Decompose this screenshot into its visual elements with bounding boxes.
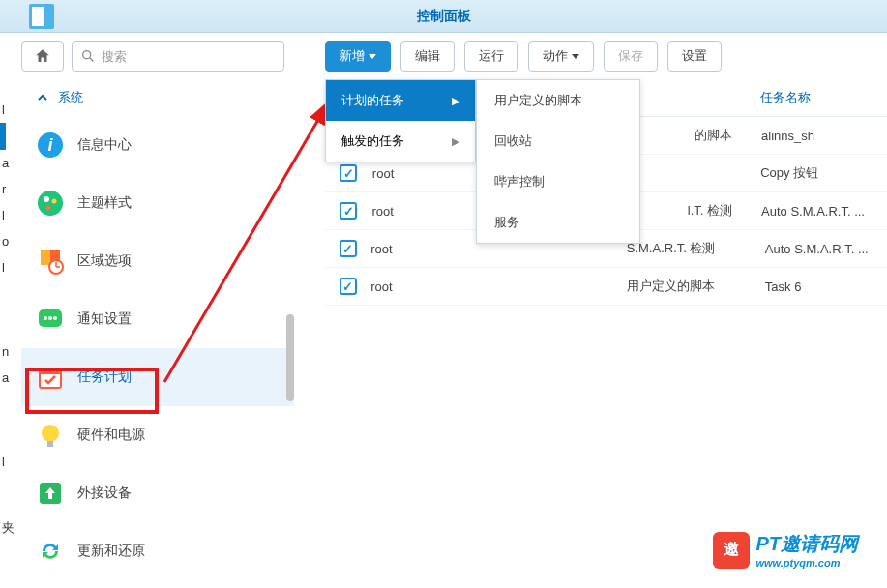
- submenu-recycle[interactable]: 回收站: [477, 121, 639, 162]
- home-icon: [34, 47, 51, 65]
- palette-icon: [37, 190, 64, 217]
- sidebar-item-hardware[interactable]: 硬件和电源: [21, 406, 294, 464]
- svg-rect-18: [40, 368, 61, 374]
- sidebar-scrollbar[interactable]: [286, 314, 294, 401]
- chevron-right-icon: ▶: [452, 95, 459, 107]
- home-button[interactable]: [21, 41, 64, 72]
- left-edge-text: larlol nal夹: [0, 97, 17, 543]
- app-icon: [29, 4, 54, 29]
- sidebar-item-info[interactable]: i 信息中心: [21, 116, 294, 174]
- refresh-icon: [37, 538, 64, 565]
- submenu-beep[interactable]: 哔声控制: [477, 162, 639, 202]
- dropdown-triggered[interactable]: 触发的任务 ▶: [326, 121, 475, 162]
- save-button[interactable]: 保存: [604, 41, 658, 72]
- sidebar-section-label: 系统: [58, 89, 83, 106]
- bulb-icon: [37, 422, 64, 449]
- svg-line-1: [90, 58, 93, 61]
- flag-clock-icon: [37, 248, 64, 275]
- page-title: 控制面板: [417, 8, 471, 25]
- search-box[interactable]: [72, 41, 284, 72]
- run-button[interactable]: 运行: [464, 41, 518, 72]
- col-header-task[interactable]: 任务名称: [760, 89, 887, 106]
- sidebar-item-label: 主题样式: [77, 194, 132, 212]
- chat-icon: [37, 306, 64, 333]
- sidebar-item-external[interactable]: 外接设备: [21, 464, 294, 522]
- svg-point-6: [52, 199, 57, 204]
- svg-rect-20: [47, 441, 53, 447]
- sidebar-item-label: 通知设置: [77, 310, 132, 328]
- sidebar-section-toggle[interactable]: 系统: [21, 79, 294, 116]
- svg-point-15: [48, 316, 52, 320]
- sidebar-item-label: 外接设备: [77, 485, 132, 502]
- sidebar-item-tasks[interactable]: 任务计划: [21, 348, 294, 406]
- svg-rect-8: [41, 250, 50, 265]
- action-button[interactable]: 动作: [528, 41, 594, 72]
- sidebar-item-theme[interactable]: 主题样式: [21, 174, 294, 232]
- row-checkbox[interactable]: ✓: [340, 202, 357, 220]
- dropdown-scheduled[interactable]: 计划的任务 ▶: [326, 80, 475, 121]
- search-icon: [80, 48, 96, 64]
- chevron-right-icon: ▶: [452, 135, 459, 148]
- watermark-main: PT邀请码网: [755, 531, 858, 557]
- table-row[interactable]: ✓ root 用户定义的脚本 Task 6: [325, 268, 887, 306]
- sidebar-item-label: 区域选项: [77, 252, 132, 270]
- caret-down-icon: [369, 54, 376, 59]
- sidebar-item-notify[interactable]: 通知设置: [21, 290, 294, 348]
- upload-icon: [37, 480, 64, 507]
- row-checkbox[interactable]: ✓: [340, 164, 357, 182]
- submenu-user-script[interactable]: 用户定义的脚本: [477, 80, 639, 121]
- sidebar-item-label: 更新和还原: [77, 543, 145, 560]
- chevron-up-icon: [37, 92, 48, 103]
- watermark-badge: 邀: [713, 532, 750, 569]
- submenu-service[interactable]: 服务: [477, 202, 639, 243]
- new-dropdown: 计划的任务 ▶ 触发的任务 ▶: [325, 79, 476, 162]
- svg-point-14: [44, 316, 47, 320]
- svg-point-4: [38, 191, 63, 216]
- sidebar-item-label: 信息中心: [77, 136, 132, 154]
- watermark-sub: www.ptyqm.com: [755, 557, 858, 569]
- scheduled-submenu: 用户定义的脚本 回收站 哔声控制 服务: [476, 79, 640, 244]
- watermark: 邀 PT邀请码网 www.ptyqm.com: [713, 531, 858, 569]
- sidebar-item-label: 任务计划: [77, 368, 132, 386]
- svg-point-0: [83, 51, 91, 59]
- settings-button[interactable]: 设置: [667, 41, 722, 72]
- sidebar-item-region[interactable]: 区域选项: [21, 232, 294, 290]
- new-button[interactable]: 新增: [325, 41, 391, 72]
- caret-down-icon: [572, 54, 579, 59]
- sidebar-item-label: 硬件和电源: [77, 426, 145, 444]
- sidebar-item-update[interactable]: 更新和还原: [21, 522, 294, 580]
- edit-button[interactable]: 编辑: [400, 41, 455, 72]
- search-input[interactable]: [96, 49, 276, 64]
- row-checkbox[interactable]: ✓: [340, 240, 357, 257]
- svg-point-7: [46, 206, 51, 211]
- calendar-check-icon: [37, 364, 64, 391]
- info-icon: i: [37, 132, 64, 159]
- svg-point-19: [42, 425, 59, 442]
- svg-point-5: [44, 196, 49, 202]
- svg-point-16: [53, 316, 57, 320]
- row-checkbox[interactable]: ✓: [340, 278, 357, 295]
